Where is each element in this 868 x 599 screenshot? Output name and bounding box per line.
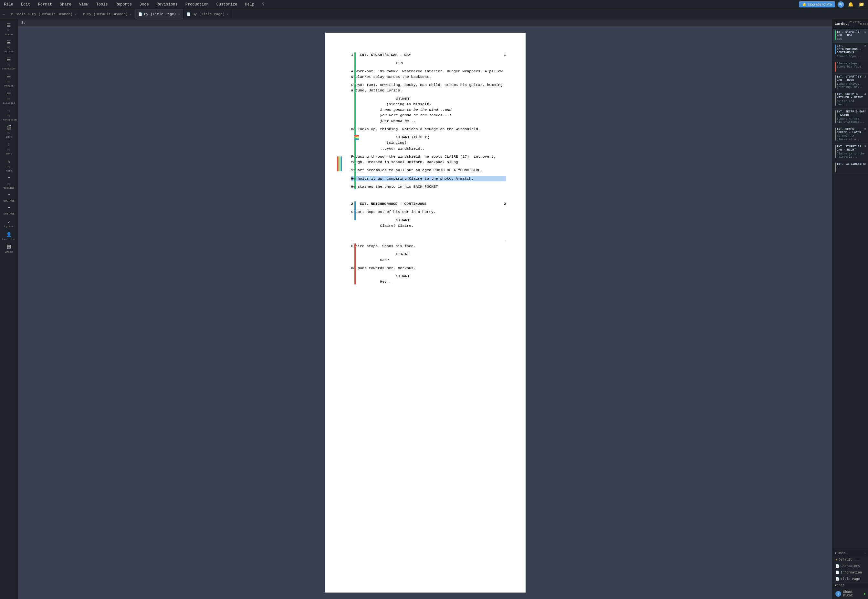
back-button[interactable]: ←	[0, 12, 8, 17]
card-4[interactable]: INT. SKIPP'S KITCHEN – NIGHT Guitar and …	[833, 91, 868, 108]
sidebar-item-character[interactable]: ☰ ⌘3 Character	[1, 56, 17, 71]
menu-tools[interactable]: Tools	[95, 2, 109, 8]
scene-heading-row-1: 1 INT. STUART'S CAR - DAY 1	[351, 52, 506, 57]
outline-key: ⌘0	[7, 182, 11, 186]
menu-format[interactable]: Format	[37, 2, 53, 8]
card-1[interactable]: INT. STUART'S CAR – DAY BEN 1	[833, 29, 868, 43]
menu-reports[interactable]: Reports	[114, 2, 133, 8]
chat-user-shant[interactable]: S Shant Kiraz	[833, 588, 868, 599]
tab-icon: ⊞	[83, 12, 85, 16]
sidebar-item-lyrics[interactable]: ♪ Lyrics	[1, 218, 17, 229]
sidebar-item-image[interactable]: 🖼 Image	[1, 243, 17, 254]
sidebar-item-note[interactable]: ✎ ⌘9 Note	[1, 158, 17, 173]
card-3-number: 3	[865, 75, 866, 78]
card-1-content: INT. STUART'S CAR – DAY BEN	[837, 30, 866, 41]
card-9-content: INT. STUART'S9 CAR – NIGHT Claire is in …	[837, 145, 866, 159]
card-10[interactable]: INT. LA SIRENITA – 10	[833, 161, 868, 174]
docs-header[interactable]: ▼ Docs +	[833, 550, 868, 556]
card-3-sub: Stuart drives, grinning. He...	[837, 83, 866, 89]
scene-label: Scene	[5, 33, 13, 36]
menu-production[interactable]: Production	[184, 2, 210, 8]
card-claire[interactable]: Claire stops. Scans his face.	[833, 60, 868, 74]
notification-icon[interactable]: 🔔	[847, 1, 855, 8]
action-3-1: Claire stops. Scans his face.	[351, 243, 506, 249]
tab-by-default[interactable]: ⊞ By (Default Branch) ✕	[80, 9, 135, 20]
online-indicator-shant	[864, 593, 865, 595]
sidebar-item-text[interactable]: T ⌘8 Text	[1, 141, 17, 157]
card-2-inner: EXT. NEIGHBORHOOD – CONTINUOUS Stuart ho…	[835, 45, 866, 59]
menu-edit[interactable]: Edit	[20, 2, 32, 8]
menu-file[interactable]: File	[3, 2, 15, 8]
filter-icon[interactable]: ⚙	[860, 22, 862, 27]
character-stuart-contd: STUART (CONT'D)	[396, 134, 506, 140]
expand-icon[interactable]: ⊡	[863, 22, 866, 27]
tab-close[interactable]: ✕	[75, 12, 77, 16]
chat-label: Chat	[837, 584, 844, 587]
card-3[interactable]: INT. STUART'S3 CAR – DUSK Stuart drives,…	[833, 74, 868, 91]
tab-by-title[interactable]: 📄 By (Title Page) ✕	[135, 9, 184, 20]
card-claire-text: Claire stops. Scans his face.	[837, 62, 866, 68]
card-2[interactable]: EXT. NEIGHBORHOOD – CONTINUOUS Stuart ho…	[833, 43, 868, 60]
editor-label: By	[18, 20, 832, 26]
screenplay-page[interactable]: 1 INT. STUART'S CAR - DAY 1 BEN A worn-o…	[325, 33, 526, 593]
multi-color-bars	[337, 157, 342, 171]
shot-key: ⌘7	[7, 131, 11, 135]
menu-customize[interactable]: Customize	[215, 2, 239, 8]
card-4-number: 4	[865, 93, 866, 96]
outline-label: Outline	[3, 187, 15, 189]
sidebar-item-outline[interactable]: ❝ ⌘0 Outline	[1, 175, 17, 191]
page-end-marker: ✦	[504, 239, 506, 244]
chat-avatar-shant: S	[835, 591, 841, 597]
transition-key: ⌘6	[7, 114, 11, 117]
sidebar-item-new-act[interactable]: ❝ New Act	[1, 192, 17, 203]
tab-close[interactable]: ✕	[129, 12, 131, 16]
upgrade-button[interactable]: ⭐ Upgrade to Pro	[799, 1, 835, 8]
screenplay-container[interactable]: 1 INT. STUART'S CAR - DAY 1 BEN A worn-o…	[18, 26, 832, 599]
dialogue-label: Dialogue	[3, 101, 15, 104]
card-claire-content: Claire stops. Scans his face.	[837, 62, 866, 69]
sidebar-item-action[interactable]: ☰ ⌘2 Action	[1, 38, 17, 54]
sidebar-item-cast-list[interactable]: 👤 Cast List	[1, 230, 17, 242]
docs-expand-icon[interactable]: +	[865, 552, 866, 555]
sidebar-item-shot[interactable]: 🎬 ⌘7 Shot	[1, 124, 17, 140]
doc-characters[interactable]: 📄 Characters	[833, 563, 868, 569]
card-9[interactable]: INT. STUART'S9 CAR – NIGHT Claire is in …	[833, 143, 868, 161]
menu-view[interactable]: View	[78, 2, 90, 8]
card-8-sub: ON BEN: He glares at w...	[837, 135, 866, 141]
card-7-inner: INT. SKIPP'S BAR – LATER Stuart nurses h…	[835, 110, 866, 124]
action-3-2: He pads towards her, nervous.	[351, 265, 506, 271]
doc-information-icon: 📄	[835, 570, 839, 575]
tab-tools-default[interactable]: ⊞ Tools & By (Default Branch) ✕	[8, 9, 80, 20]
doc-title-page[interactable]: 📄 Title Page	[833, 576, 868, 582]
tab-icon: ⊞	[11, 12, 13, 16]
shot-icon: 🎬	[6, 125, 12, 131]
card-8-color-bar	[835, 128, 836, 140]
text-icon: T	[8, 142, 10, 147]
doc-default[interactable]: ★ Default ...	[833, 556, 868, 563]
folder-icon[interactable]: 📁	[857, 1, 865, 8]
dialogue-4: Dad?	[380, 257, 487, 263]
menu-share[interactable]: Share	[59, 2, 73, 8]
doc-title-page-label: Title Page	[841, 577, 860, 581]
card-8-heading: INT. BEN'S OFFICE – LATER	[837, 128, 866, 134]
tab-close[interactable]: ✕	[178, 12, 180, 16]
doc-information[interactable]: 📄 Information	[833, 569, 868, 576]
sidebar-item-scene[interactable]: ☰ ⌘1 Scene	[1, 21, 17, 37]
menu-docs[interactable]: Docs	[138, 2, 150, 8]
card-8[interactable]: INT. BEN'S OFFICE – LATER ON BEN: He gla…	[833, 126, 868, 143]
lyrics-label: Lyrics	[4, 225, 14, 228]
chat-header[interactable]: ▼ Chat	[833, 582, 868, 588]
card-7-color-bar	[835, 110, 836, 123]
sidebar-item-end-act[interactable]: ❞ End Act	[1, 205, 17, 217]
character-stuart-3: STUART	[396, 273, 506, 279]
tab-by-title-2[interactable]: 📄 By (Title Page) ✕	[184, 9, 232, 20]
menu-help[interactable]: Help	[244, 2, 256, 8]
sidebar-item-transition[interactable]: ↔ ⌘6 Transition	[1, 107, 17, 122]
tab-close[interactable]: ✕	[226, 12, 229, 16]
cast-list-label: Cast List	[2, 238, 16, 241]
sidebar-item-dialogue[interactable]: ☰ ⌘5 Dialogue	[1, 90, 17, 105]
card-7[interactable]: INT. SKIPP'S BAR – LATER Stuart nurses h…	[833, 108, 868, 126]
sidebar-item-parens[interactable]: ☰ ⌘4 Parens	[1, 73, 17, 89]
menu-revisions[interactable]: Revisions	[155, 2, 179, 8]
menu-question[interactable]: ?	[261, 2, 266, 8]
